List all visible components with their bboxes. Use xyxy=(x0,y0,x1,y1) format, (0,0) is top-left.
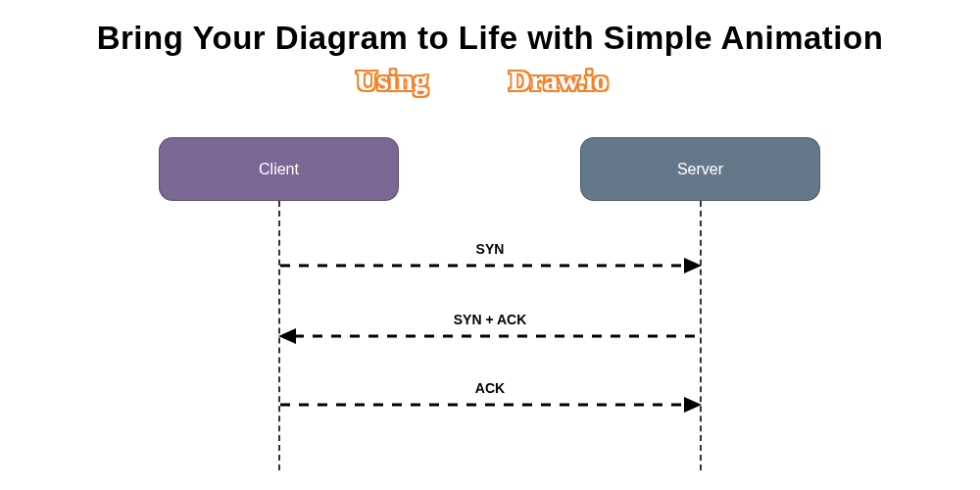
subtitle-word-1: Using xyxy=(356,64,427,96)
subtitle-word-2: Draw.io xyxy=(510,64,609,96)
client-node: Client xyxy=(159,137,399,201)
message-1-label: SYN xyxy=(280,241,700,257)
page-title: Bring Your Diagram to Life with Simple A… xyxy=(0,20,980,57)
server-node: Server xyxy=(580,137,820,201)
svg-marker-3 xyxy=(278,328,296,344)
server-node-label: Server xyxy=(677,161,723,178)
subtitle-svg: Using Draw.io xyxy=(304,59,676,102)
message-2-label: SYN + ACK xyxy=(280,312,700,327)
sequence-diagram: Client Server SYN SYN + ACK ACK xyxy=(0,137,980,470)
subtitle: Using Draw.io xyxy=(0,59,980,106)
svg-marker-1 xyxy=(684,258,702,273)
message-2-arrow xyxy=(278,326,702,346)
message-3-label: ACK xyxy=(280,380,700,396)
message-3-arrow xyxy=(278,395,702,415)
client-node-label: Client xyxy=(259,161,299,178)
svg-marker-5 xyxy=(684,397,702,413)
message-1-arrow xyxy=(278,256,702,275)
